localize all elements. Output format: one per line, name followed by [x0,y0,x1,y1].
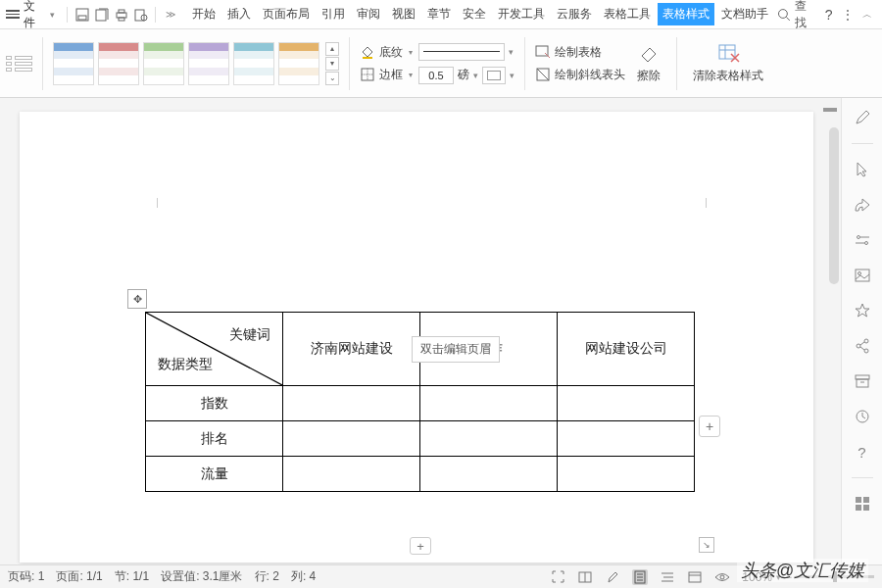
row-label-cell[interactable]: 指数 [146,386,283,421]
file-label: 文件 [24,0,47,31]
chevron-down-icon[interactable]: ▾ [473,71,478,80]
data-cell[interactable] [558,457,695,492]
style-swatch[interactable] [143,42,184,85]
tab-references[interactable]: 引用 [317,3,350,25]
save-icon[interactable] [74,6,91,24]
tab-table-style[interactable]: 表格样式 [658,3,714,25]
vertical-scrollbar[interactable] [829,127,839,284]
tab-doc-assistant[interactable]: 文档助手 [716,3,773,25]
draw-diagonal-button[interactable]: 绘制斜线表头 [535,67,625,83]
tab-review[interactable]: 审阅 [352,3,385,25]
search-icon [777,8,791,22]
svg-rect-32 [856,375,869,379]
web-view-icon[interactable] [687,569,703,585]
fullscreen-icon[interactable] [550,569,565,585]
row-label-cell[interactable]: 排名 [146,421,283,457]
data-cell[interactable] [420,457,558,492]
draw-table-button[interactable]: 绘制表格 [535,44,625,61]
draw-diagonal-label: 绘制斜线表头 [555,67,625,83]
border-color[interactable] [482,67,506,84]
apps-icon[interactable] [853,494,872,514]
tab-section[interactable]: 章节 [422,3,456,25]
table-style-gallery: ▴ ▾ ⌄ [53,42,339,85]
header-cell[interactable]: 济南网站建设 [283,313,420,386]
draw-table-label: 绘制表格 [555,44,602,61]
settings-icon[interactable] [853,230,872,250]
diag-top-label: 关键词 [229,326,270,344]
tab-start[interactable]: 开始 [187,3,220,25]
data-cell[interactable] [283,386,420,421]
gallery-more-icon[interactable]: ⌄ [325,72,339,85]
style-swatch[interactable] [233,42,274,85]
diagonal-header-cell[interactable]: 关键词 数据类型 [146,313,283,386]
overflow-icon[interactable]: ≫ [162,6,179,24]
data-cell[interactable] [420,421,558,457]
chevron-down-icon[interactable]: ▾ [510,71,514,80]
gallery-down-icon[interactable]: ▾ [325,57,339,71]
star-icon[interactable] [853,301,872,320]
file-menu[interactable]: 文件 ▾ [6,0,55,31]
tab-security[interactable]: 安全 [458,3,491,25]
table-move-handle[interactable]: ✥ [127,289,147,309]
header-text: 网站建设公司 [585,340,667,356]
find-icon[interactable] [132,6,150,24]
border-button[interactable]: 边框▾ [360,67,413,83]
edit-mode-icon[interactable] [605,569,620,585]
border-line-style[interactable] [418,43,505,61]
table-resize-handle[interactable]: ↘ [699,537,714,553]
clear-style-icon [717,42,739,64]
print-preview-icon[interactable] [93,6,111,24]
add-column-button[interactable]: + [699,416,720,437]
search-label: 查找 [795,0,818,31]
gallery-up-icon[interactable]: ▴ [325,42,339,56]
tab-page-layout[interactable]: 页面布局 [258,3,315,25]
outline-view-icon[interactable] [660,569,675,585]
table-style-options[interactable] [6,56,32,72]
border-weight-value[interactable]: 0.5 [418,67,454,84]
style-swatch[interactable] [98,42,139,85]
svg-rect-45 [689,572,701,582]
share-icon[interactable] [853,336,872,356]
eraser-button[interactable]: 擦除 [631,40,666,86]
style-swatch[interactable] [53,42,94,85]
archive-icon[interactable] [853,371,872,391]
tab-view[interactable]: 视图 [387,3,420,25]
header-cell[interactable]: 网站建设公司 [558,313,695,386]
style-swatch[interactable] [278,42,319,85]
data-cell[interactable] [558,421,695,457]
separator [349,37,350,90]
row-label-cell[interactable]: 流量 [146,457,283,492]
tab-table-tools[interactable]: 表格工具 [599,3,656,25]
svg-point-27 [857,344,860,348]
page-view-icon[interactable] [632,569,648,585]
svg-line-20 [146,313,282,385]
collapse-ribbon-icon[interactable]: ︿ [858,6,876,24]
print-icon[interactable] [113,6,130,24]
style-swatch[interactable] [188,42,229,85]
cursor-icon[interactable] [853,160,872,179]
shape-icon[interactable] [853,195,872,215]
side-toolbar: ? [841,98,882,564]
help-side-icon[interactable]: ? [853,442,872,462]
tab-insert[interactable]: 插入 [222,3,256,25]
ribbon-tabs: 开始 插入 页面布局 引用 审阅 视图 章节 安全 开发工具 云服务 表格工具 … [187,3,773,25]
help-icon[interactable]: ? [820,6,838,24]
reading-view-icon[interactable] [577,569,593,585]
pencil-icon[interactable] [853,108,872,127]
tab-dev-tools[interactable]: 开发工具 [493,3,550,25]
search-button[interactable]: 查找 [777,0,817,31]
more-icon[interactable]: ⋮ [839,6,857,24]
add-row-button[interactable]: + [410,537,431,555]
eye-icon[interactable] [714,569,730,585]
data-cell[interactable] [420,386,558,421]
shading-button[interactable]: 底纹▾ [360,44,413,61]
header-edit-hint: 双击编辑页眉 [412,336,500,363]
data-cell[interactable] [283,421,420,457]
clear-style-button[interactable]: 清除表格样式 [687,40,769,86]
history-icon[interactable] [853,407,872,426]
data-cell[interactable] [283,457,420,492]
data-cell[interactable] [558,386,695,421]
collapse-page-icon[interactable] [823,108,837,116]
image-icon[interactable] [853,266,872,285]
tab-cloud[interactable]: 云服务 [552,3,597,25]
